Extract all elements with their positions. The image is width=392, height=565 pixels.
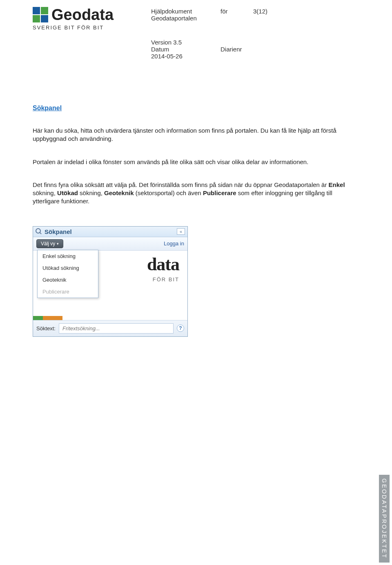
login-link[interactable]: Logga in xyxy=(164,240,184,247)
help-icon[interactable]: ? xyxy=(177,325,184,332)
panel-body: data FÖR BIT Enkel sökning Utökad söknin… xyxy=(33,251,187,320)
geodata-logo-icon xyxy=(33,7,49,23)
date-value: 2014-05-26 xyxy=(151,53,359,60)
collapse-button[interactable]: « xyxy=(177,228,185,235)
view-dropdown-menu: Enkel sökning Utökad sökning Geoteknik P… xyxy=(37,250,98,298)
section-title: Sökpanel xyxy=(33,105,359,112)
paragraph-1: Här kan du söka, hitta och utvärdera tjä… xyxy=(33,127,359,143)
color-strip xyxy=(33,316,187,320)
doc-title-line2: Geodataportalen xyxy=(151,15,253,22)
menu-item-utokad[interactable]: Utökad sökning xyxy=(38,262,98,274)
document-header: Geodata SVERIGE BIT FÖR BIT Hjälpdokumen… xyxy=(33,6,359,31)
side-brand-text: GEODATAPROJEKTET xyxy=(381,478,388,559)
panel-titlebar: Sökpanel « xyxy=(33,227,187,237)
menu-item-enkel[interactable]: Enkel sökning xyxy=(38,250,98,262)
paragraph-2: Portalen är indelad i olika fönster som … xyxy=(33,158,359,166)
version-line: Version 3.5 xyxy=(151,39,359,46)
paragraph-3: Det finns fyra olika söksätt att välja p… xyxy=(33,181,359,206)
date-label: Datum xyxy=(151,46,220,53)
collapse-icon: « xyxy=(180,229,182,234)
menu-item-geoteknik[interactable]: Geoteknik xyxy=(38,274,98,286)
doc-title-block: Hjälpdokument för Geodataportalen xyxy=(151,6,253,22)
search-label: Söktext: xyxy=(36,325,56,331)
doc-title-for: för xyxy=(220,8,228,15)
panel-title-text: Sökpanel xyxy=(45,228,72,235)
select-view-button[interactable]: Välj vy ▾ xyxy=(36,239,63,248)
doc-meta: Version 3.5 Datum Diarienr 2014-05-26 xyxy=(151,39,359,60)
side-brand-badge: GEODATAPROJEKTET xyxy=(379,475,390,563)
search-input[interactable] xyxy=(59,323,174,334)
chevron-down-icon: ▾ xyxy=(57,242,59,246)
logo-text: Geodata xyxy=(51,6,114,24)
logo-tagline: SVERIGE BIT FÖR BIT xyxy=(33,24,151,31)
search-row: Söktext: ? xyxy=(33,320,187,336)
select-view-label: Välj vy xyxy=(41,241,55,247)
logo-block: Geodata SVERIGE BIT FÖR BIT xyxy=(33,6,151,31)
search-icon xyxy=(36,228,42,235)
panel-toolbar: Välj vy ▾ Logga in xyxy=(33,237,187,251)
page-indicator: 3(12) xyxy=(253,6,302,15)
menu-item-publicerare[interactable]: Publicerare xyxy=(38,286,98,298)
sokpanel-screenshot: Sökpanel « Välj vy ▾ Logga in data FÖR B… xyxy=(33,226,188,337)
background-logo: data FÖR BIT xyxy=(147,254,179,282)
doc-title-line1: Hjälpdokument xyxy=(151,8,220,15)
diarienr-label: Diarienr xyxy=(220,46,242,53)
